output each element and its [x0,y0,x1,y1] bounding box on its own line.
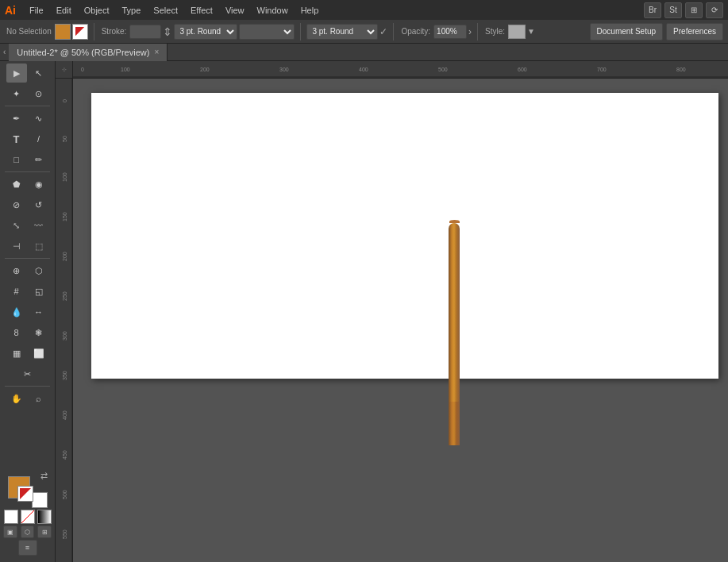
preferences-button[interactable]: Preferences [666,23,723,40]
tool-row-12: 💧 ↔ [0,302,55,322]
stroke-weight-select[interactable]: 3 pt. Round [306,24,378,40]
opacity-more[interactable]: › [468,26,472,37]
stick-bottom [449,402,460,445]
artboard-tool[interactable]: ⬜ [29,344,49,363]
document-setup-button[interactable]: Document Setup [590,23,664,40]
opacity-input[interactable] [433,25,467,39]
rotate-tool[interactable]: ↺ [29,195,49,214]
bridge-icon[interactable]: Br [644,2,661,18]
menu-object[interactable]: Object [79,4,115,17]
stroke-swatch-toolbox[interactable] [17,486,33,502]
svg-text:100: 100 [121,67,130,72]
ruler-corner[interactable]: ⊹ [56,61,73,79]
stroke-weight-group: 3 pt. Round ✓ [306,24,387,40]
document-tab[interactable]: Untitled-2* @ 50% (RGB/Preview) × [9,44,168,61]
main-layout: ▶ ↖ ✦ ⊙ ✒ ∿ T / □ ✏ ⬟ ◉ ⊘ ↺ ⤡ [0,61,728,562]
stroke-arrows[interactable]: ⇕ [163,25,172,38]
free-transform-tool[interactable]: ⬚ [29,237,49,256]
swap-colors-button[interactable]: ⇄ [40,472,48,480]
rect-tool[interactable]: □ [6,150,27,169]
stock-icon[interactable]: St [664,2,682,18]
menu-window[interactable]: Window [252,4,294,17]
presentation-mode-btn[interactable]: ⊞ [37,525,52,538]
ruler-corner-icon: ⊹ [62,67,67,73]
layers-button[interactable]: ≡ [18,540,37,556]
selection-label: No Selection [5,27,53,36]
perspective-tool[interactable]: ⬡ [29,261,49,280]
warp-tool[interactable]: 〰 [29,216,49,235]
stroke-type-select[interactable]: 3 pt. Round [174,24,237,40]
tool-row-11: # ◱ [0,281,55,302]
right-toolbar-group: Document Setup Preferences [590,23,723,40]
full-screen-mode-btn[interactable]: ⬡ [21,525,35,538]
stick-body [449,223,460,402]
blob-brush-tool[interactable]: ◉ [29,175,49,194]
direct-selection-tool[interactable]: ↖ [29,64,49,83]
magic-wand-tool[interactable]: ✦ [6,84,27,103]
style-swatch[interactable] [508,25,526,39]
column-graph-tool[interactable]: ▦ [6,344,27,363]
lasso-tool[interactable]: ⊙ [29,84,49,103]
slice-tool[interactable]: ✂ [17,364,38,383]
svg-text:800: 800 [676,67,686,72]
color-mode-row [3,510,52,524]
menu-external-icons: Br St ⊞ ⟳ [644,2,723,18]
tool-row-14: ▦ ⬜ [0,343,55,364]
symbol-tool[interactable]: ❃ [29,323,49,342]
stroke-indicator[interactable] [72,24,88,40]
menu-view[interactable]: View [220,4,250,17]
gradient-tool[interactable]: ◱ [29,282,49,301]
puppet-warp-tool[interactable]: ⊕ [6,261,27,280]
stroke-width-input[interactable] [129,25,161,39]
stroke-profile-select[interactable] [239,24,295,40]
none-mode-btn[interactable] [21,510,35,524]
measure-tool[interactable]: ↔ [29,302,49,321]
svg-text:100: 100 [62,172,67,182]
tab-scroll-left[interactable]: ‹ [0,48,9,56]
paint-bucket-tool[interactable]: ⬟ [6,175,27,194]
svg-text:300: 300 [62,331,67,341]
gradient-mode-btn[interactable] [37,510,52,524]
menu-type[interactable]: Type [117,4,147,17]
menu-select[interactable]: Select [148,4,183,17]
fill-color-swatch[interactable] [55,24,71,40]
svg-text:550: 550 [62,529,67,539]
line-tool[interactable]: / [29,129,49,148]
style-arrow[interactable]: ▼ [527,27,535,36]
tool-sep-1 [5,106,50,106]
default-colors-reset[interactable] [32,492,48,508]
width-tool[interactable]: ⊣ [6,237,27,256]
tool-row-4: T / [0,129,55,149]
zoom-tool[interactable]: ⌕ [29,389,49,408]
mesh-tool[interactable]: # [6,282,27,301]
pen-tool[interactable]: ✒ [6,109,27,128]
tab-title: Untitled-2* @ 50% (RGB/Preview) [17,48,149,57]
workspace-icon[interactable]: ⊞ [685,2,703,18]
menu-help[interactable]: Help [295,4,325,17]
eyedropper-tool[interactable]: 💧 [6,302,27,321]
menu-effect[interactable]: Effect [185,4,218,17]
vertical-ruler: 0 50 100 150 200 250 300 350 400 450 500… [56,79,73,562]
artboard [91,93,718,379]
curvature-tool[interactable]: ∿ [29,109,49,128]
screen-mode-btn[interactable]: ▣ [3,525,17,538]
text-tool[interactable]: T [6,129,27,148]
selection-tool[interactable]: ▶ [6,64,27,83]
svg-rect-11 [56,79,73,562]
sep4 [477,23,478,40]
blend-tool[interactable]: 8 [6,323,27,342]
tool-row-6: ⬟ ◉ [0,174,55,194]
menu-file[interactable]: File [24,4,49,17]
pencil-tool[interactable]: ✏ [29,150,49,169]
menu-edit[interactable]: Edit [51,4,77,17]
fill-mode-btn[interactable] [4,510,18,524]
style-group: Style: ▼ [483,25,535,39]
hand-tool[interactable]: ✋ [6,389,27,408]
svg-text:600: 600 [518,67,527,72]
tab-close-button[interactable]: × [154,48,159,56]
sync-icon[interactable]: ⟳ [706,2,723,18]
eraser-tool[interactable]: ⊘ [6,195,27,214]
scale-tool[interactable]: ⤡ [6,216,27,235]
svg-text:150: 150 [62,212,67,221]
canvas-area[interactable]: ⊹ 0 100 200 300 400 500 600 700 800 [56,61,728,562]
